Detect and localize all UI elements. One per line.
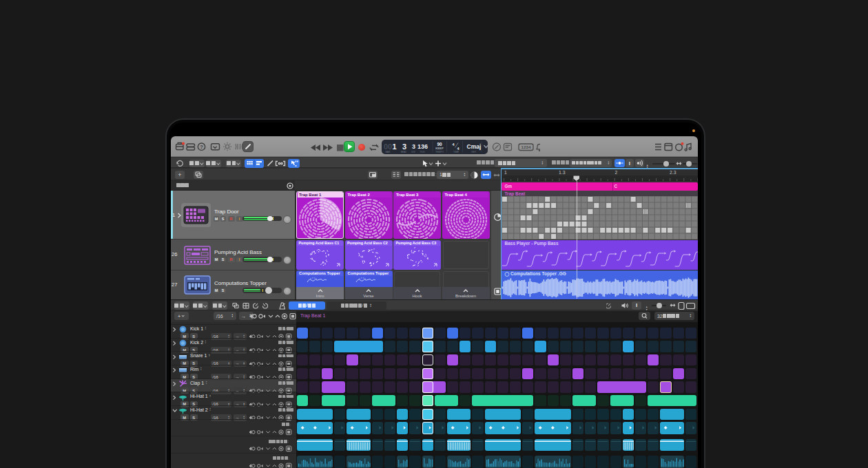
svg-text:Cmaj: Cmaj bbox=[467, 143, 482, 150]
svg-text:136: 136 bbox=[417, 143, 428, 150]
svg-text:KEY: KEY bbox=[472, 151, 477, 153]
svg-text:4: 4 bbox=[457, 147, 459, 151]
svg-text:3: 3 bbox=[412, 143, 415, 150]
svg-text:00: 00 bbox=[384, 142, 392, 151]
svg-text:TIME: TIME bbox=[453, 151, 459, 153]
svg-text:?: ? bbox=[200, 144, 203, 150]
svg-text:DIV: DIV bbox=[411, 151, 415, 153]
svg-text:3: 3 bbox=[402, 142, 406, 151]
svg-text:BEAT: BEAT bbox=[401, 151, 407, 153]
svg-text:TICK: TICK bbox=[420, 151, 425, 153]
svg-text:KEEP: KEEP bbox=[435, 147, 444, 150]
svg-text:BAR: BAR bbox=[386, 151, 391, 153]
svg-text:1234: 1234 bbox=[521, 145, 531, 149]
svg-text:90: 90 bbox=[437, 142, 442, 147]
svg-text:1: 1 bbox=[393, 142, 397, 151]
svg-text:4: 4 bbox=[452, 142, 455, 147]
svg-text:TEMPO: TEMPO bbox=[435, 151, 444, 153]
